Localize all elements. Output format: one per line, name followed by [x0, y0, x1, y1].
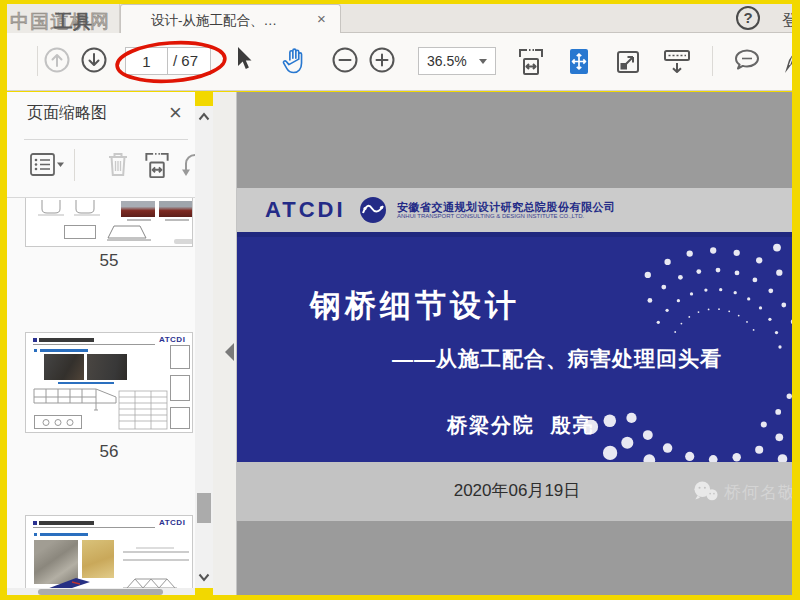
- panel-splitter[interactable]: [213, 92, 237, 595]
- fit-width-button[interactable]: [516, 46, 546, 77]
- box-diagram: [64, 225, 96, 239]
- thumbnail-page-55[interactable]: [25, 198, 193, 247]
- thumbnail-photo: [87, 354, 127, 380]
- slide-author: 桥梁分院 殷亮: [447, 412, 595, 439]
- plate-holes: [38, 418, 78, 427]
- thumbnail-photo: [159, 201, 193, 217]
- scroll-up-icon[interactable]: [198, 112, 210, 121]
- section-sketch: [170, 375, 190, 401]
- caption-line: [165, 219, 189, 221]
- thumbnail-options-button[interactable]: [28, 151, 66, 179]
- header-title-bar: [39, 338, 94, 342]
- tab-bar: 中国道桥网 工具 设计-从施工配合、… × ? 登: [0, 4, 800, 33]
- frame-border-right: [792, 0, 800, 600]
- thumbnail-photo: [82, 540, 114, 578]
- thumbnails-panel: 页面缩略图 ×: [0, 92, 195, 595]
- mini-atcdi-logo: ATCDI: [159, 335, 185, 344]
- document-tab[interactable]: 设计-从施工配合、… ×: [120, 4, 341, 34]
- data-table: [118, 390, 168, 430]
- zoom-in-button[interactable]: [368, 46, 396, 74]
- frame-border-left: [0, 0, 7, 600]
- page-total-label: / 67: [168, 48, 210, 74]
- zoom-out-button[interactable]: [331, 46, 359, 74]
- cross-section-sketch: [36, 199, 108, 217]
- caption-line: [58, 382, 114, 384]
- watermark: 桥何名敬: [692, 480, 792, 504]
- divider: [24, 139, 188, 140]
- next-page-button[interactable]: [80, 46, 108, 74]
- atcdi-logo-icon: [359, 196, 387, 224]
- header-bullet: [33, 338, 37, 342]
- slide-header-band: ATCDI 安徽省交通规划设计研究总院股份有限公司 ANHUI TRANSPOR…: [237, 188, 792, 232]
- thumbnail-photo: [44, 354, 84, 380]
- slide-subtitle: ——从施工配合、病害处理回头看: [392, 345, 722, 373]
- pdf-page[interactable]: ATCDI 安徽省交通规划设计研究总院股份有限公司 ANHUI TRANSPOR…: [237, 188, 792, 521]
- comment-tool-button[interactable]: [731, 46, 763, 76]
- mini-atcdi-logo: ATCDI: [159, 518, 185, 527]
- select-tool-button[interactable]: [233, 46, 253, 73]
- chevron-down-icon: [479, 59, 487, 64]
- backdrop-tools-label: 工具: [54, 9, 92, 35]
- panel-separator: [74, 149, 75, 181]
- bullet-line: [40, 533, 88, 536]
- bullet-dot: [34, 349, 37, 352]
- bullet-line: [40, 349, 88, 352]
- section-sketch: [170, 407, 190, 429]
- hand-tool-button[interactable]: [281, 46, 308, 75]
- vertical-scrollbar[interactable]: [195, 106, 213, 588]
- help-icon[interactable]: ?: [736, 6, 760, 30]
- zoom-level-select[interactable]: 36.5%: [418, 47, 496, 75]
- wechat-icon: [692, 480, 720, 504]
- company-name-en: ANHUI TRANSPORT CONSULTING & DESIGN INST…: [397, 213, 584, 219]
- zoom-level-value: 36.5%: [419, 53, 479, 69]
- scroll-down-icon[interactable]: [198, 573, 210, 582]
- page-number-box: / 67: [125, 47, 211, 75]
- caption-line: [127, 219, 151, 221]
- atcdi-logo-text: ATCDI: [265, 197, 346, 223]
- thumbnail-page-57[interactable]: ATCDI: [25, 515, 193, 592]
- panel-title: 页面缩略图: [27, 103, 107, 124]
- thumbnail-photo: [121, 201, 155, 217]
- slide-body: 钢桥细节设计 ——从施工配合、病害处理回头看 桥梁分院 殷亮: [237, 237, 792, 462]
- hide-toolbar-button[interactable]: [661, 46, 693, 77]
- screenshot-root: 中国道桥网 工具 设计-从施工配合、… × ? 登 / 67: [0, 0, 800, 600]
- document-tab-title: 设计-从施工配合、…: [151, 12, 277, 30]
- collapse-panel-icon[interactable]: [224, 342, 235, 362]
- header-title-bar: [39, 521, 94, 525]
- bullet-dot: [34, 533, 37, 536]
- tab-close-icon[interactable]: ×: [317, 10, 326, 27]
- slide-date: 2020年06月19日: [437, 479, 597, 502]
- previous-page-button[interactable]: [43, 46, 71, 74]
- thumb-watermark: [174, 239, 193, 244]
- girder-diagram: [32, 385, 118, 412]
- fit-page-button[interactable]: [564, 46, 594, 77]
- slide-title: 钢桥细节设计: [310, 285, 520, 327]
- frame-border-bottom: [0, 595, 800, 600]
- panel-close-icon[interactable]: ×: [169, 100, 182, 126]
- toolbar: / 67 36.5%: [0, 33, 800, 91]
- thumbnail-page-56[interactable]: ATCDI: [25, 332, 193, 433]
- frame-border-top: [0, 0, 800, 4]
- watermark-text: 桥何名敬: [724, 481, 792, 504]
- vertical-scrollbar-thumb[interactable]: [197, 493, 211, 523]
- page-label: 56: [25, 442, 193, 462]
- header-rule: [33, 344, 155, 345]
- page-label: 55: [25, 251, 193, 271]
- toolbar-separator: [712, 46, 713, 76]
- toolbar-separator: [37, 46, 38, 76]
- fullscreen-button[interactable]: [613, 46, 643, 77]
- header-rule: [33, 527, 155, 528]
- trapezoid-diagram: [106, 223, 152, 242]
- page-number-input[interactable]: [126, 48, 168, 74]
- header-bullet: [33, 521, 37, 525]
- span-diagram: [122, 544, 190, 566]
- slide-footer-band: 2020年06月19日 桥何名敬: [237, 462, 792, 521]
- delete-page-button[interactable]: [105, 150, 131, 179]
- section-sketch: [170, 345, 190, 369]
- resize-pages-button[interactable]: [141, 150, 173, 180]
